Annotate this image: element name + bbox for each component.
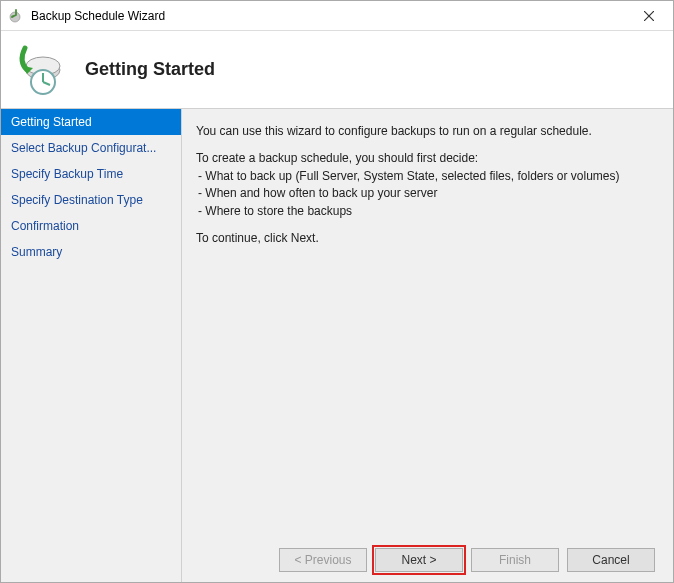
content-text: You can use this wizard to configure bac…	[196, 123, 655, 257]
finish-button: Finish	[471, 548, 559, 572]
wizard-window: Backup Schedule Wizard Getting Started	[0, 0, 674, 583]
window-title: Backup Schedule Wizard	[31, 9, 629, 23]
sidebar: Getting Started Select Backup Configurat…	[1, 109, 182, 582]
sidebar-item-summary[interactable]: Summary	[1, 239, 181, 265]
bullet-what: - What to back up (Full Server, System S…	[196, 168, 655, 185]
sidebar-item-label: Confirmation	[11, 219, 79, 233]
sidebar-item-label: Summary	[11, 245, 62, 259]
decide-block: To create a backup schedule, you should …	[196, 150, 655, 220]
wizard-icon	[13, 42, 69, 98]
app-icon	[9, 8, 25, 24]
page-title: Getting Started	[85, 59, 215, 80]
sidebar-item-label: Specify Backup Time	[11, 167, 123, 181]
previous-button: < Previous	[279, 548, 367, 572]
sidebar-item-label: Getting Started	[11, 115, 92, 129]
spacer	[196, 257, 655, 538]
cancel-button[interactable]: Cancel	[567, 548, 655, 572]
sidebar-item-label: Select Backup Configurat...	[11, 141, 156, 155]
sidebar-item-specify-destination-type[interactable]: Specify Destination Type	[1, 187, 181, 213]
sidebar-item-confirmation[interactable]: Confirmation	[1, 213, 181, 239]
decide-intro: To create a backup schedule, you should …	[196, 150, 655, 167]
close-button[interactable]	[629, 2, 669, 30]
sidebar-item-label: Specify Destination Type	[11, 193, 143, 207]
close-icon	[644, 11, 654, 21]
content-area: You can use this wizard to configure bac…	[182, 109, 673, 582]
bullet-where: - Where to store the backups	[196, 203, 655, 220]
header-banner: Getting Started	[1, 31, 673, 109]
titlebar: Backup Schedule Wizard	[1, 1, 673, 31]
sidebar-item-getting-started[interactable]: Getting Started	[1, 109, 181, 135]
sidebar-item-specify-backup-time[interactable]: Specify Backup Time	[1, 161, 181, 187]
continue-text: To continue, click Next.	[196, 230, 655, 247]
intro-text: You can use this wizard to configure bac…	[196, 123, 655, 140]
body: Getting Started Select Backup Configurat…	[1, 109, 673, 582]
footer-buttons: < Previous Next > Finish Cancel	[196, 538, 655, 572]
sidebar-item-select-backup-config[interactable]: Select Backup Configurat...	[1, 135, 181, 161]
bullet-when: - When and how often to back up your ser…	[196, 185, 655, 202]
next-button[interactable]: Next >	[375, 548, 463, 572]
